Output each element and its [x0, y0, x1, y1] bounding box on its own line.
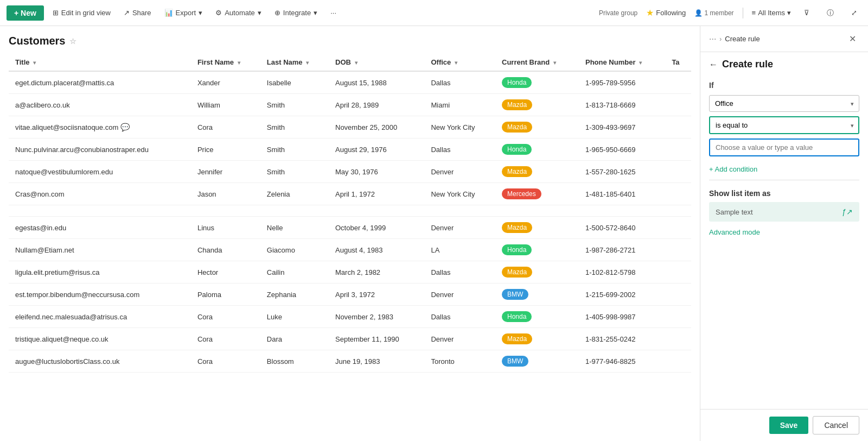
- data-table: Title ▾ First Name ▾ Last Name ▾ DOB ▾ O…: [9, 54, 691, 373]
- table-row: [9, 205, 691, 217]
- cell-office: [424, 205, 495, 217]
- cell-phone: 1-215-699-2002: [579, 284, 665, 306]
- all-items-button[interactable]: ≡ All Items ▾: [752, 9, 791, 17]
- cancel-button[interactable]: Cancel: [813, 416, 859, 434]
- cell-last-name: Smith: [260, 94, 329, 116]
- cell-brand: Honda: [495, 71, 579, 94]
- cell-dob: June 19, 1983: [329, 350, 424, 373]
- cell-office: New York City: [424, 183, 495, 205]
- filter-button[interactable]: ⊽: [800, 7, 814, 19]
- panel-back-button[interactable]: ←: [709, 60, 718, 70]
- cell-brand: Mercedes: [495, 183, 579, 205]
- cell-first-name: Cora: [191, 116, 260, 138]
- cell-brand: Mazda: [495, 328, 579, 350]
- col-firstname: First Name ▾: [191, 54, 260, 71]
- cell-title: vitae.aliquet@sociisnatoque.com💬: [9, 116, 191, 138]
- brand-badge: Honda: [502, 311, 532, 322]
- cell-office: Dallas: [424, 306, 495, 328]
- cell-phone: [579, 205, 665, 217]
- cell-brand: Honda: [495, 138, 579, 161]
- cell-ta: [665, 161, 691, 183]
- cell-office: Miami: [424, 94, 495, 116]
- field-select[interactable]: Office Title First Name Last Name DOB Cu…: [709, 95, 859, 112]
- table-row: natoque@vestibulumlorem.eduJenniferSmith…: [9, 161, 691, 183]
- share-button[interactable]: ↗ Share: [119, 7, 156, 19]
- filter-lines-icon: ≡: [752, 9, 756, 17]
- cell-dob: November 25, 2000: [329, 116, 424, 138]
- cell-brand: BMW: [495, 350, 579, 373]
- cell-office: Denver: [424, 284, 495, 306]
- cell-phone: 1-500-572-8640: [579, 217, 665, 239]
- cell-first-name: Cora: [191, 328, 260, 350]
- fx-icon[interactable]: ƒ↗: [842, 207, 853, 216]
- integrate-chevron-icon: ▾: [314, 9, 317, 17]
- integrate-icon: ⊕: [275, 9, 280, 17]
- breadcrumb-chevron-icon: ›: [719, 35, 722, 43]
- cell-office: Toronto: [424, 350, 495, 373]
- table-body: eget.dictum.placerat@mattis.caXanderIsab…: [9, 71, 691, 373]
- more-button[interactable]: ···: [326, 7, 341, 19]
- automate-chevron-icon: ▾: [258, 9, 261, 17]
- condition-value-row: [709, 138, 859, 156]
- operator-select[interactable]: is equal to is not equal to contains doe…: [709, 116, 859, 134]
- export-chevron-icon: ▾: [199, 9, 202, 17]
- cell-brand: Honda: [495, 306, 579, 328]
- side-panel: ··· › Create rule ✕ ← Create rule If Off…: [700, 26, 868, 441]
- cell-last-name: Giacomo: [260, 239, 329, 261]
- person-icon: 👤: [694, 9, 703, 17]
- cell-brand: [495, 205, 579, 217]
- integrate-button[interactable]: ⊕ Integrate ▾: [270, 7, 322, 19]
- brand-badge: Mazda: [502, 122, 532, 133]
- automate-button[interactable]: ⚙ Automate ▾: [211, 7, 266, 19]
- cell-last-name: Smith: [260, 161, 329, 183]
- col-lastname: Last Name ▾: [260, 54, 329, 71]
- cell-last-name: Nelle: [260, 217, 329, 239]
- panel-footer: Save Cancel: [700, 409, 868, 441]
- show-as-label: Show list item as: [709, 189, 859, 198]
- new-button[interactable]: + New: [7, 5, 44, 21]
- cell-title: [9, 205, 191, 217]
- advanced-mode-link[interactable]: Advanced mode: [709, 222, 859, 243]
- panel-breadcrumb: ··· › Create rule: [709, 34, 760, 44]
- cell-dob: August 29, 1976: [329, 138, 424, 161]
- brand-sort-icon: ▾: [553, 60, 556, 66]
- cell-office: Dallas: [424, 71, 495, 94]
- info-button[interactable]: ⓘ: [822, 6, 838, 20]
- cell-dob: August 4, 1983: [329, 239, 424, 261]
- all-items-chevron-icon: ▾: [787, 9, 791, 17]
- cell-title: natoque@vestibulumlorem.edu: [9, 161, 191, 183]
- cell-ta: [665, 350, 691, 373]
- table-row: eget.dictum.placerat@mattis.caXanderIsab…: [9, 71, 691, 94]
- brand-badge: Mazda: [502, 267, 532, 278]
- toolbar-left: + New ⊞ Edit in grid view ↗ Share 📊 Expo…: [7, 5, 341, 21]
- brand-badge: BMW: [502, 356, 528, 367]
- export-button[interactable]: 📊 Export ▾: [160, 7, 207, 19]
- expand-button[interactable]: ⤢: [847, 7, 861, 19]
- cell-office: Denver: [424, 217, 495, 239]
- cell-office: Denver: [424, 328, 495, 350]
- save-button[interactable]: Save: [769, 417, 809, 434]
- cell-ta: [665, 239, 691, 261]
- following-button[interactable]: ★ Following: [646, 8, 686, 18]
- panel-title-row: ← Create rule: [700, 52, 868, 74]
- table-row: Nullam@Etiam.netChandaGiacomoAugust 4, 1…: [9, 239, 691, 261]
- field-select-wrapper: Office Title First Name Last Name DOB Cu…: [709, 95, 859, 112]
- condition-value-input[interactable]: [709, 138, 859, 156]
- panel-close-button[interactable]: ✕: [846, 33, 859, 45]
- breadcrumb-label: Create rule: [725, 35, 760, 43]
- favorite-icon[interactable]: ☆: [69, 37, 76, 46]
- table-row: vitae.aliquet@sociisnatoque.com💬CoraSmit…: [9, 116, 691, 138]
- table-row: est.tempor.bibendum@neccursusa.comPaloma…: [9, 284, 691, 306]
- cell-first-name: Xander: [191, 71, 260, 94]
- cell-first-name: Cora: [191, 350, 260, 373]
- brand-badge: Mazda: [502, 99, 532, 110]
- cell-phone: 1-102-812-5798: [579, 261, 665, 284]
- cell-title: ligula.elit.pretium@risus.ca: [9, 261, 191, 284]
- edit-grid-button[interactable]: ⊞ Edit in grid view: [48, 7, 115, 19]
- add-condition-button[interactable]: + Add condition: [709, 161, 859, 178]
- condition-operator-row: is equal to is not equal to contains doe…: [709, 116, 859, 134]
- chat-icon[interactable]: 💬: [120, 123, 130, 131]
- breadcrumb-dots[interactable]: ···: [709, 34, 716, 44]
- sample-text-label: Sample text: [716, 208, 753, 216]
- page-content: Customers ☆ Title ▾ First Name ▾ Last Na…: [0, 26, 868, 441]
